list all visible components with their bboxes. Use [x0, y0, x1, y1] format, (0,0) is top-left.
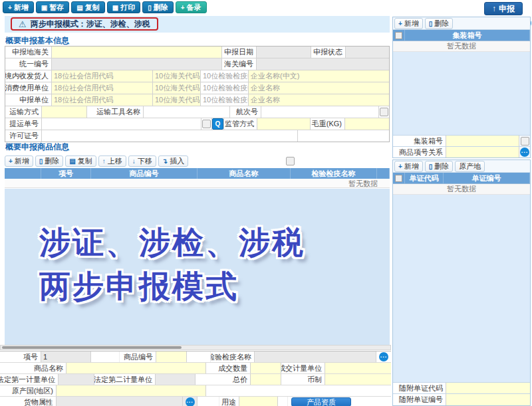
goods-toolbar-checkbox[interactable] — [286, 157, 295, 165]
label-declare-date: 申报日期 — [222, 47, 257, 58]
label-consignee: 境内收发货人 — [5, 70, 52, 82]
consumer-credit-code-input[interactable]: 18位社会信用代码 — [52, 82, 153, 94]
copy-button[interactable]: ▤复制 — [71, 1, 104, 13]
copy-button-label: 复制 — [85, 3, 100, 13]
document-add-button[interactable]: +新增 — [394, 161, 423, 172]
license-no-input[interactable] — [42, 130, 298, 142]
voyage-checkbox[interactable] — [380, 108, 388, 116]
declare-customs-input[interactable] — [52, 47, 222, 58]
label-customs-no: 海关编号 — [222, 58, 257, 70]
label-gross-weight: 毛重(KG) — [311, 118, 345, 130]
delete-button[interactable]: ▯删除 — [142, 1, 174, 13]
container-no-col: 集装箱号 — [405, 30, 530, 41]
origin-place-button[interactable]: 原产地 — [455, 161, 485, 172]
goods-col-select — [5, 168, 41, 179]
declare-unit-credit-code-input[interactable]: 18位社会信用代码 — [52, 94, 153, 106]
print-button[interactable]: ▦打印 — [107, 1, 140, 13]
header-checkbox[interactable] — [395, 175, 402, 182]
label-declare-status: 申报状态 — [311, 47, 346, 58]
goods-code-input[interactable] — [156, 352, 187, 362]
header-checkbox[interactable] — [395, 32, 402, 39]
goods-copy-button[interactable]: ▤复制 — [65, 155, 96, 167]
goods-move-up-button[interactable]: ↑上移 — [98, 155, 126, 167]
bill-lookup-cell: Q — [212, 118, 224, 130]
consignee-company-input[interactable]: 企业名称(中文) — [249, 70, 389, 82]
container-checkbox[interactable] — [521, 137, 529, 146]
consignee-customs-code-input[interactable]: 10位海关代码 — [153, 70, 201, 82]
declare-unit-customs-code-input[interactable]: 10位海关代码 — [153, 94, 201, 106]
upload-icon: ↑ — [492, 4, 496, 13]
ciq-name-lookup-cell: ... — [376, 352, 391, 362]
container-delete-button[interactable]: ▯删除 — [425, 18, 454, 29]
ellipsis-icon[interactable]: ... — [186, 397, 195, 406]
bill-checkbox[interactable] — [202, 120, 211, 128]
container-select-col — [393, 30, 405, 41]
goods-delete-button[interactable]: ▯删除 — [35, 155, 64, 167]
declare-unit-company-input[interactable]: 企业名称 — [249, 94, 389, 106]
product-qualification-button[interactable]: 产品资质 — [291, 397, 351, 406]
ellipsis-icon[interactable]: ... — [520, 148, 529, 157]
goods-delete-label: 删除 — [45, 156, 59, 166]
ellipsis-icon[interactable]: ... — [379, 352, 388, 361]
temp-save-button[interactable]: ▣暂存 — [36, 1, 69, 13]
goods-add-label: 新增 — [15, 156, 29, 166]
copy-icon: ▤ — [69, 157, 75, 165]
goods-detail-form: 项号 1 商品编号 检验检疫名称 ... 商品名称 成交数量 成交计量单位 法定… — [0, 351, 391, 406]
qty-input[interactable] — [251, 363, 281, 373]
customs-no-field — [257, 58, 389, 70]
save-icon: ▣ — [41, 4, 47, 11]
origin-country-input[interactable] — [57, 385, 206, 396]
label-voyage-no: 航次号 — [230, 106, 261, 118]
label-container-no: 集装箱号 — [393, 136, 446, 146]
currency-input[interactable] — [325, 374, 391, 385]
document-delete-button[interactable]: ▯删除 — [425, 161, 454, 172]
goods-table-header: 项号 商品编号 商品名称 检验检疫名称 — [5, 168, 390, 179]
item-relation-lookup-cell: ... — [519, 147, 530, 157]
consignee-ciq-code-input[interactable]: 10位检验检疫编码 — [201, 70, 249, 82]
total-price-input[interactable] — [251, 374, 281, 385]
goods-move-down-button[interactable]: ↓下移 — [128, 155, 156, 167]
declare-button[interactable]: ↑申报 — [484, 2, 523, 15]
document-no-col: 单证编号 — [444, 173, 530, 183]
voyage-no-input[interactable] — [261, 106, 379, 118]
label-declare-customs: 申报地海关 — [5, 47, 52, 58]
supervise-mode-input[interactable] — [257, 118, 311, 130]
goods-empty-state: 暂无数据 — [5, 179, 390, 188]
consumer-customs-code-input[interactable]: 10位海关代码 — [153, 82, 201, 94]
horizontal-scrollbar-thumb[interactable] — [2, 346, 182, 349]
delete-button-label: 删除 — [154, 3, 168, 13]
usage-input[interactable] — [239, 397, 278, 406]
unit-input[interactable] — [325, 363, 391, 373]
goods-name-input[interactable] — [66, 363, 206, 373]
goods-add-button[interactable]: +新增 — [5, 155, 33, 167]
doc-code-input[interactable] — [446, 383, 530, 393]
goods-move-down-label: 下移 — [138, 156, 152, 166]
transport-name-input[interactable] — [144, 106, 230, 118]
container-no-input[interactable] — [446, 136, 519, 146]
goods-insert-label: 插入 — [170, 156, 184, 166]
record-button[interactable]: +备录 — [176, 1, 207, 13]
doc-no-input[interactable] — [446, 394, 530, 405]
container-empty-state: 暂无数据 — [393, 41, 530, 52]
container-add-button[interactable]: +新增 — [394, 18, 423, 29]
goods-copy-label: 复制 — [78, 156, 92, 166]
consumer-company-input[interactable]: 企业名称 — [249, 82, 389, 94]
lookup-icon[interactable]: Q — [212, 118, 223, 130]
label-unit: 成交计量单位 — [281, 363, 325, 373]
label-consumer: 消费使用单位 — [5, 82, 52, 94]
add-button[interactable]: +新增 — [3, 1, 34, 13]
consignee-credit-code-input[interactable]: 18位社会信用代码 — [52, 70, 153, 82]
goods-col-extra — [377, 168, 390, 179]
label-qty: 成交数量 — [206, 363, 251, 373]
container-add-label: 新增 — [404, 19, 419, 29]
declare-unit-ciq-code-input[interactable]: 10位检验检疫编码 — [201, 94, 249, 106]
document-panel: +新增 ▯删除 原产地 单证代码 单证编号 暂无数据 随附单证代码 随附单证编号 — [392, 159, 531, 406]
label-bill-no: 提运单号 — [5, 118, 42, 130]
transport-mode-input[interactable] — [42, 106, 87, 118]
goods-insert-button[interactable]: ↴插入 — [158, 155, 188, 167]
bill-no-input[interactable] — [42, 118, 201, 130]
item-relation-input[interactable] — [446, 147, 519, 157]
detail-row: 项号 1 商品编号 检验检疫名称 ... — [0, 352, 391, 363]
consumer-ciq-code-input[interactable]: 10位检验检疫编码 — [201, 82, 249, 94]
gross-weight-input[interactable] — [345, 118, 389, 130]
